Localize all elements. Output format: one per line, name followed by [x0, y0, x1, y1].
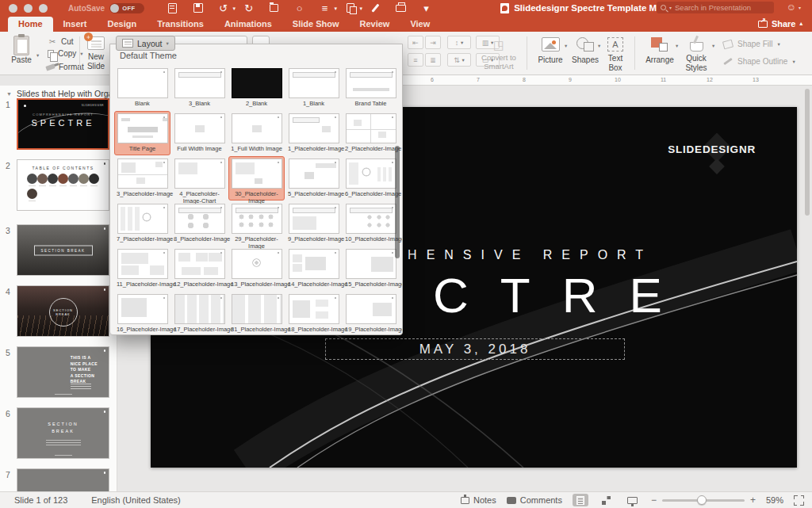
- zoom-slider-thumb[interactable]: [697, 495, 707, 505]
- slide-7-thumb[interactable]: [17, 468, 109, 491]
- shape-circle-icon[interactable]: ○: [293, 2, 305, 14]
- shape-fill-button[interactable]: Shape Fill ▾: [723, 40, 780, 48]
- convert-smartart-button[interactable]: ◳ Convert to SmartArt: [474, 38, 523, 71]
- slide-2-thumb[interactable]: TABLE OF CONTENTS: [17, 159, 109, 211]
- notes-button[interactable]: Notes: [461, 495, 496, 505]
- layout-item[interactable]: 2_Blank: [228, 66, 285, 110]
- minimize-window-button[interactable]: [24, 4, 33, 13]
- zoom-in-button[interactable]: +: [750, 495, 756, 506]
- shape-outline-button[interactable]: Shape Outline ▾: [723, 57, 795, 66]
- format-button[interactable]: Format: [46, 63, 84, 71]
- layout-item[interactable]: 1_Blank: [285, 66, 342, 110]
- save-icon[interactable]: [192, 2, 204, 14]
- layout-item[interactable]: 7_Placeholder-Image: [114, 201, 170, 246]
- layout-item[interactable]: 11_Placeholder-Image: [114, 246, 170, 291]
- section-disclosure-icon[interactable]: ▼: [6, 91, 12, 97]
- tab-design[interactable]: Design: [98, 17, 147, 32]
- layout-item[interactable]: 4_Placeholder-Image-Chart: [171, 156, 228, 201]
- slideshow-view-button[interactable]: [625, 494, 641, 506]
- layout-item[interactable]: Full Width Image: [171, 111, 228, 155]
- arrange-button[interactable]: Arrange: [641, 37, 679, 64]
- fullscreen-icon[interactable]: [794, 495, 804, 506]
- slide-3-thumb[interactable]: SECTION BREAK: [17, 224, 109, 276]
- text-box-button[interactable]: A Text Box: [600, 37, 630, 72]
- list-icon[interactable]: ≡▾: [319, 2, 331, 14]
- picture-button[interactable]: Picture: [533, 37, 568, 64]
- paste-button[interactable]: Paste: [8, 36, 35, 64]
- layout-item[interactable]: 29_Placeholder-Image: [228, 201, 285, 246]
- slide-thumbnail-1[interactable]: 1 SLIDEDESIGNR COMPREHENSIVE REPORT SPEC…: [0, 98, 117, 154]
- copy-button[interactable]: Copy ▾: [48, 49, 83, 58]
- paste-caret-icon[interactable]: ▾: [36, 52, 39, 59]
- indent-increase-button[interactable]: ⇥: [425, 36, 441, 49]
- zoom-out-button[interactable]: −: [651, 495, 657, 506]
- layout-item[interactable]: Blank: [114, 66, 170, 110]
- tab-view[interactable]: View: [400, 17, 440, 32]
- cut-button[interactable]: ✂ Cut: [48, 36, 74, 46]
- tab-review[interactable]: Review: [350, 17, 400, 32]
- slide-thumbnail-3[interactable]: 3 SECTION BREAK: [0, 224, 117, 280]
- tab-animations[interactable]: Animations: [214, 17, 282, 32]
- text-direction-button[interactable]: ⇅ ▾: [447, 53, 471, 67]
- slide-4-thumb[interactable]: SECTION BREAK: [17, 285, 109, 337]
- slide-thumbnail-7[interactable]: 7: [0, 468, 117, 491]
- layout-item[interactable]: Brand Table: [343, 66, 399, 110]
- search-scope-caret-icon[interactable]: ▾: [669, 5, 672, 10]
- tab-home[interactable]: Home: [8, 17, 53, 32]
- new-file-icon[interactable]: [167, 2, 178, 14]
- layout-item[interactable]: 1_Placeholder-Image: [285, 111, 342, 155]
- layout-item[interactable]: Title Page: [114, 111, 170, 155]
- layout-item[interactable]: 10_Placeholder-Image: [343, 201, 399, 246]
- layout-item[interactable]: 13_Placeholder-Image: [228, 246, 285, 291]
- layout-item[interactable]: 8_Placeholder-Image: [171, 201, 228, 246]
- redo-icon[interactable]: ↻: [243, 2, 255, 14]
- main-scrollbar[interactable]: [805, 89, 810, 216]
- tab-insert[interactable]: Insert: [53, 17, 98, 32]
- layout-item[interactable]: 14_Placeholder-Image: [285, 246, 342, 291]
- zoom-slider[interactable]: [662, 499, 745, 502]
- slide-5-thumb[interactable]: THIS IS A NICE PLACE TO MAKE A SECTION B…: [17, 346, 109, 398]
- search-input[interactable]: ▾ Search in Presentation: [657, 2, 774, 13]
- slide-1-thumb[interactable]: SLIDEDESIGNR COMPREHENSIVE REPORT SPECTR…: [17, 98, 109, 150]
- layout-item[interactable]: 12_Placeholder-Image: [171, 246, 228, 291]
- paste-quick-caret-icon[interactable]: ▾: [360, 6, 363, 12]
- layout-button[interactable]: Layout ▾: [116, 36, 175, 51]
- layout-item[interactable]: 17_Placeholder-Image: [171, 292, 228, 335]
- layout-item[interactable]: 18_Placeholder-Image: [285, 292, 342, 335]
- print-icon[interactable]: [395, 2, 407, 14]
- share-button[interactable]: Share ▴: [758, 19, 802, 29]
- quick-styles-button[interactable]: Quick Styles: [679, 37, 714, 72]
- picture-folder-icon[interactable]: [268, 2, 280, 14]
- layout-item[interactable]: 30_Placeholder-Image: [228, 156, 285, 201]
- slide-6-thumb[interactable]: SECTION BREAK: [17, 407, 109, 459]
- line-spacing-button[interactable]: ↕ ▾: [447, 36, 471, 49]
- indent-decrease-button[interactable]: ⇤: [408, 36, 423, 49]
- layout-item[interactable]: 1_Full Width Image: [228, 111, 285, 155]
- align-left-button[interactable]: ≡: [408, 53, 423, 67]
- layout-item[interactable]: 9_Placeholder-Image: [285, 201, 342, 246]
- zoom-window-button[interactable]: [39, 4, 48, 13]
- layout-item[interactable]: 3_Placeholder-Image: [114, 156, 170, 201]
- tab-slide-show[interactable]: Slide Show: [282, 17, 350, 32]
- close-window-button[interactable]: [9, 4, 17, 13]
- justify-button[interactable]: ≣: [425, 53, 441, 67]
- autosave-toggle[interactable]: OFF: [109, 3, 144, 13]
- undo-icon[interactable]: ↺▾: [217, 2, 229, 14]
- slide-thumbnail-4[interactable]: 4 SECTION BREAK: [0, 285, 117, 341]
- new-slide-button[interactable]: New Slide: [82, 36, 109, 71]
- undo-caret-icon[interactable]: ▾: [233, 6, 236, 12]
- layout-item[interactable]: 2_Placeholder-Image: [343, 111, 399, 155]
- layout-item[interactable]: 6_Placeholder-Image: [343, 156, 399, 201]
- layout-item[interactable]: 16_Placeholder-Image: [114, 292, 170, 335]
- zoom-percentage[interactable]: 59%: [766, 495, 783, 505]
- layout-item[interactable]: 31_Placeholder-Image: [228, 292, 285, 335]
- layout-item[interactable]: 15_Placeholder-Image: [343, 246, 399, 291]
- list-caret-icon[interactable]: ▾: [335, 6, 338, 12]
- slide-thumbnail-6[interactable]: 6 SECTION BREAK: [0, 407, 117, 463]
- layout-item[interactable]: 3_Blank: [171, 66, 228, 110]
- draw-icon[interactable]: [370, 2, 381, 14]
- normal-view-button[interactable]: [573, 494, 588, 506]
- feedback-button[interactable]: ☺ ▾: [787, 2, 801, 13]
- comments-button[interactable]: Comments: [507, 495, 562, 505]
- tab-transitions[interactable]: Transitions: [147, 17, 214, 32]
